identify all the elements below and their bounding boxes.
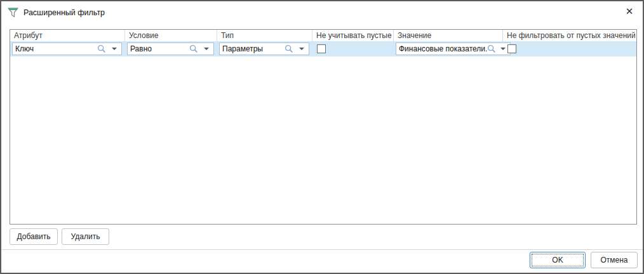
chevron-down-icon[interactable] <box>299 48 304 50</box>
value-editor[interactable]: Финансовые показатели. <box>396 42 511 55</box>
column-header-value[interactable]: Значение <box>394 30 503 41</box>
filter-grid: Атрибут Условие Тип Не учитывать пустые … <box>10 29 637 225</box>
close-icon[interactable]: ✕ <box>621 4 638 19</box>
titlebar: Расширенный фильтр ✕ <box>1 1 643 24</box>
delete-button[interactable]: Удалить <box>62 228 109 245</box>
cell-no-filter-empty <box>503 41 636 56</box>
cell-type: Параметры <box>217 41 312 56</box>
cell-attribute: Ключ <box>10 41 125 56</box>
chevron-down-icon[interactable] <box>204 48 209 50</box>
search-icon[interactable] <box>285 44 293 53</box>
column-header-condition[interactable]: Условие <box>125 30 217 41</box>
cell-ignore-empty <box>312 41 394 56</box>
chevron-down-icon[interactable] <box>112 48 117 50</box>
grid-header: Атрибут Условие Тип Не учитывать пустые … <box>10 30 636 41</box>
column-header-type[interactable]: Тип <box>217 30 312 41</box>
attribute-editor[interactable]: Ключ <box>12 42 122 55</box>
add-button[interactable]: Добавить <box>10 228 58 245</box>
condition-value: Равно <box>130 44 189 53</box>
search-icon[interactable] <box>487 44 496 53</box>
value-value: Финансовые показатели. <box>399 44 487 53</box>
column-header-ignore-empty[interactable]: Не учитывать пустые <box>312 30 394 41</box>
filter-funnel-icon <box>8 8 18 18</box>
footer-divider <box>1 249 643 250</box>
type-editor[interactable]: Параметры <box>219 42 309 55</box>
cancel-button[interactable]: Отмена <box>591 252 638 268</box>
cell-condition: Равно <box>125 41 217 56</box>
advanced-filter-dialog: Расширенный фильтр ✕ Атрибут Условие Тип… <box>0 0 644 274</box>
dialog-title: Расширенный фильтр <box>23 8 105 17</box>
ok-button[interactable]: OK <box>530 252 586 268</box>
search-icon[interactable] <box>97 44 106 53</box>
ignore-empty-checkbox[interactable] <box>317 44 326 53</box>
condition-editor[interactable]: Равно <box>127 42 214 55</box>
filter-row: Ключ Равно <box>10 41 636 56</box>
column-header-attribute[interactable]: Атрибут <box>10 30 125 41</box>
column-header-no-filter-empty[interactable]: Не фильтровать от пустых значений <box>503 30 636 41</box>
type-value: Параметры <box>222 44 285 53</box>
attribute-value: Ключ <box>15 44 97 53</box>
no-filter-empty-checkbox[interactable] <box>507 44 516 53</box>
cell-value: Финансовые показатели. <box>394 41 503 56</box>
search-icon[interactable] <box>189 44 198 53</box>
